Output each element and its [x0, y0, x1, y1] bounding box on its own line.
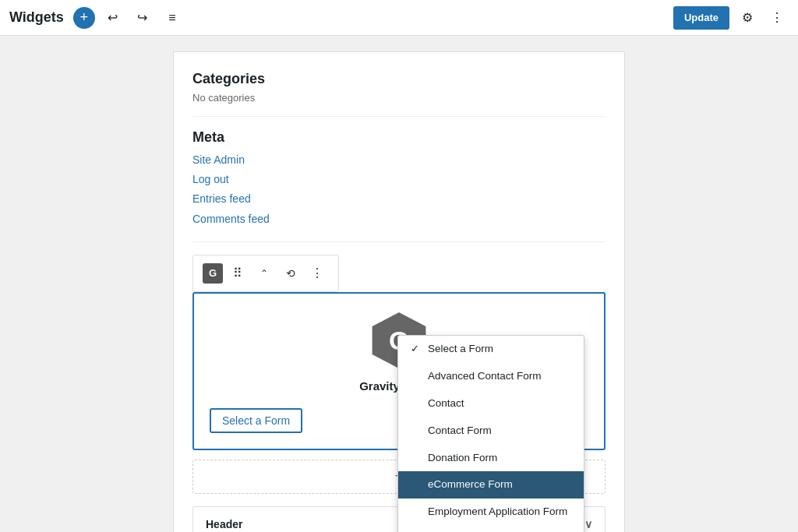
- update-button[interactable]: Update: [673, 6, 729, 30]
- dots-grid-icon: ⠿: [233, 266, 242, 280]
- chevron-updown-icon: ⌃: [260, 268, 268, 279]
- dropdown-item-label-5: eCommerce Form: [428, 477, 513, 492]
- entries-feed-link[interactable]: Entries feed: [192, 189, 606, 209]
- dropdown-item-5[interactable]: eCommerce Form: [398, 471, 584, 499]
- redo-icon: ↪: [137, 10, 147, 25]
- top-bar: Widgets + ↩ ↪ ≡ Update ⚙ ⋮: [0, 0, 798, 36]
- redo-button[interactable]: ↪: [131, 6, 154, 30]
- kebab-icon: ⋮: [311, 266, 323, 280]
- meta-section: Meta Site Admin Log out Entries feed Com…: [192, 129, 606, 242]
- widget-toolbar: G ⠿ ⌃ ⟲ ⋮: [192, 255, 339, 292]
- list-view-button[interactable]: ≡: [161, 6, 184, 30]
- dropdown-item-2[interactable]: Contact: [398, 390, 584, 417]
- site-admin-link[interactable]: Site Admin: [192, 150, 606, 170]
- header-section-label: Header: [206, 518, 242, 530]
- undo-icon: ↩: [108, 10, 118, 25]
- block-more-options[interactable]: ⋮: [305, 262, 329, 285]
- drag-handle[interactable]: ⠿: [226, 262, 249, 285]
- categories-heading: Categories: [192, 71, 606, 87]
- header-chevron-down-icon: ∨: [584, 518, 592, 530]
- dropdown-item-label-0: Select a Form: [428, 342, 493, 357]
- dropdown-item-label-2: Contact: [428, 396, 464, 411]
- comments-feed-link[interactable]: Comments feed: [192, 210, 606, 229]
- transform-button[interactable]: ⟲: [279, 262, 302, 285]
- add-icon: +: [80, 9, 89, 26]
- meta-heading: Meta: [192, 129, 606, 146]
- kebab-icon: ⋮: [771, 10, 783, 25]
- add-block-button[interactable]: +: [73, 7, 95, 29]
- no-categories-text: No categories: [192, 92, 606, 104]
- dropdown-item-0[interactable]: ✓Select a Form: [398, 336, 584, 363]
- gravity-forms-toolbar-icon[interactable]: G: [203, 263, 223, 284]
- dropdown-item-1[interactable]: Advanced Contact Form: [398, 363, 584, 390]
- undo-button[interactable]: ↩: [101, 6, 125, 30]
- categories-section: Categories No categories: [192, 71, 606, 117]
- select-form-button[interactable]: Select a Form: [210, 408, 302, 433]
- dropdown-item-7[interactable]: Event Registration Form: [398, 526, 584, 532]
- dropdown-item-4[interactable]: Donation Form: [398, 445, 584, 472]
- dropdown-item-label-1: Advanced Contact Form: [428, 369, 542, 384]
- dropdown-item-3[interactable]: Contact Form: [398, 417, 584, 445]
- settings-button[interactable]: ⚙: [736, 6, 759, 30]
- check-icon-0: ✓: [411, 342, 422, 356]
- update-label: Update: [684, 12, 719, 23]
- move-up-down-button[interactable]: ⌃: [252, 262, 276, 285]
- log-out-link[interactable]: Log out: [192, 170, 606, 189]
- list-view-icon: ≡: [168, 11, 175, 25]
- more-options-button[interactable]: ⋮: [765, 6, 789, 30]
- form-select-dropdown: ✓Select a FormAdvanced Contact FormConta…: [397, 335, 584, 532]
- app-title: Widgets: [9, 9, 64, 26]
- dropdown-item-label-4: Donation Form: [428, 451, 497, 466]
- dropdown-item-6[interactable]: Employment Application Form: [398, 499, 584, 526]
- dropdown-item-label-3: Contact Form: [428, 424, 492, 439]
- dropdown-item-label-6: Employment Application Form: [428, 505, 567, 520]
